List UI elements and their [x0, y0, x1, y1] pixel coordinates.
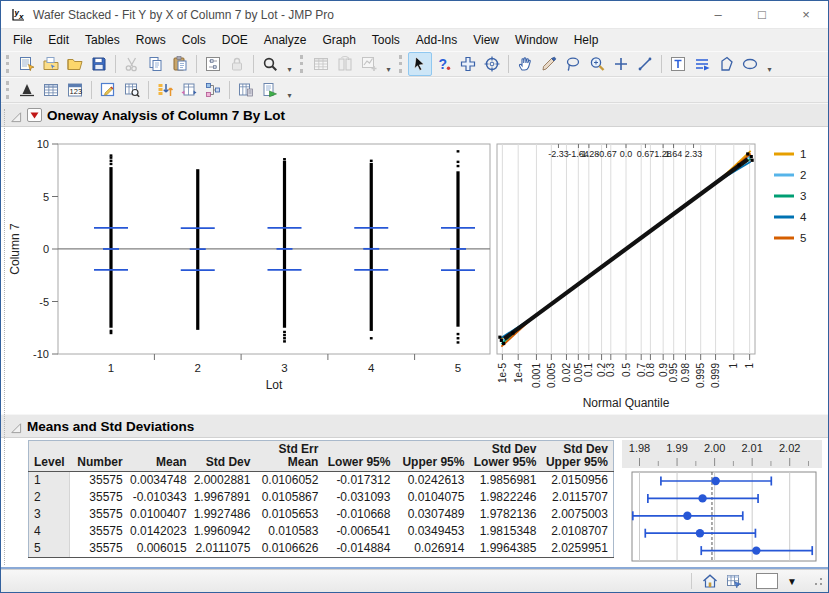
disclosure-triangle-icon[interactable] [9, 109, 22, 122]
data-table-window-icon[interactable] [724, 572, 744, 591]
toolbar-button-data-table[interactable] [309, 52, 333, 76]
table-row[interactable]: 5355750.0060152.01110750.0106626-0.01488… [29, 540, 614, 558]
oneway-scatter-plot[interactable]: 1050-5-1012345LotColumn 7 [1, 127, 492, 414]
svg-text:Column 7: Column 7 [8, 223, 22, 275]
table-cell: 0.0100407 [128, 506, 192, 523]
menu-view[interactable]: View [465, 31, 507, 49]
toolbar-button-open-script[interactable] [39, 52, 63, 76]
toolbar-button-line-tool[interactable] [633, 52, 657, 76]
toolbar-overflow-icon[interactable]: ▾ [764, 54, 775, 74]
menu-help[interactable]: Help [566, 31, 607, 49]
toolbar-overflow-icon[interactable]: ▾ [284, 54, 295, 74]
close-button[interactable]: × [784, 1, 828, 28]
svg-text:1.64: 1.64 [665, 149, 683, 159]
resize-grip[interactable] [812, 573, 824, 589]
toolbar-grip [6, 55, 11, 73]
toolbar-button-fat-plus-tool[interactable] [456, 52, 480, 76]
table-cell: 2.0108707 [541, 523, 613, 540]
menu-cols[interactable]: Cols [174, 31, 214, 49]
toolbar-button-run-script[interactable] [258, 78, 282, 102]
menu-window[interactable]: Window [507, 31, 566, 49]
toolbar-button-stack-columns[interactable] [153, 78, 177, 102]
table-row[interactable]: 235575-0.0103431.99678910.0105867-0.0310… [29, 489, 614, 506]
main-toolbar: ▾▾?▾ [1, 51, 828, 77]
toolbar-button-hand-tool[interactable] [513, 52, 537, 76]
statusbar-dropdown-caret[interactable]: ▼ [782, 572, 802, 591]
toolbar-button-copy[interactable] [144, 52, 168, 76]
toolbar-button-copy-table[interactable] [333, 52, 357, 76]
toolbar-button-lasso-tool[interactable] [561, 52, 585, 76]
disclosure-triangle-icon[interactable] [9, 420, 22, 433]
table-row[interactable]: 4355750.01420231.99609420.010583-0.00654… [29, 523, 614, 540]
toolbar-button-help-tool[interactable]: ? [432, 52, 456, 76]
menu-rows[interactable]: Rows [128, 31, 174, 49]
table-cell: 0.0142023 [128, 523, 192, 540]
toolbar-button-table-grid[interactable] [39, 78, 63, 102]
analysis-toolbar: 123▾ [1, 77, 828, 103]
toolbar-button-split-columns[interactable] [177, 78, 201, 102]
toolbar-overflow-icon[interactable]: ▾ [383, 54, 394, 74]
toolbar-button-oval-tool[interactable] [738, 52, 762, 76]
toolbar-button-join-tables[interactable] [201, 78, 225, 102]
color-swatch-box[interactable] [756, 573, 778, 589]
svg-text:x: x [18, 12, 24, 21]
report-bottom-divider [1, 567, 828, 569]
minimize-button[interactable]: – [696, 1, 740, 28]
std-dev-ci-plot[interactable]: 1.981.992.002.012.02 [622, 440, 822, 563]
red-triangle-menu-button[interactable] [27, 108, 42, 122]
svg-text:0.95: 0.95 [668, 363, 679, 383]
svg-text:2.00: 2.00 [704, 442, 725, 454]
toolbar-button-save[interactable] [87, 52, 111, 76]
toolbar-button-arrow-tool[interactable] [408, 52, 432, 76]
toolbar-button-cut[interactable] [120, 52, 144, 76]
home-window-icon[interactable] [700, 572, 720, 591]
svg-text:2: 2 [195, 362, 201, 374]
menu-addins[interactable]: Add-Ins [408, 31, 465, 49]
menu-edit[interactable]: Edit [40, 31, 77, 49]
toolbar-button-annotate-edit[interactable] [96, 78, 120, 102]
svg-text:3: 3 [281, 362, 287, 374]
table-cell: 0.026914 [395, 540, 469, 558]
svg-text:1: 1 [728, 363, 739, 369]
toolbar-button-open-folder[interactable] [63, 52, 87, 76]
toolbar-button-plus-tool[interactable] [609, 52, 633, 76]
toolbar-button-tabulate[interactable] [234, 78, 258, 102]
menu-analyze[interactable]: Analyze [256, 31, 315, 49]
toolbar-button-arrow-lines-tool[interactable] [690, 52, 714, 76]
toolbar-button-date-123[interactable]: 123 [63, 78, 87, 102]
table-cell: 1.9856981 [469, 472, 541, 490]
table-row[interactable]: 1355750.00347482.00028810.0106052-0.0173… [29, 472, 614, 490]
toolbar-button-lock[interactable] [225, 52, 249, 76]
svg-text:0.5: 0.5 [620, 363, 631, 377]
toolbar-button-preferences[interactable] [201, 52, 225, 76]
toolbar-button-text-tool[interactable] [666, 52, 690, 76]
table-cell: 2.0002881 [192, 472, 256, 490]
menu-file[interactable]: File [5, 31, 40, 49]
menu-graph[interactable]: Graph [314, 31, 363, 49]
menu-tables[interactable]: Tables [77, 31, 128, 49]
table-cell: 1.9964385 [469, 540, 541, 558]
menu-bar: FileEditTablesRowsColsDOEAnalyzeGraphToo… [1, 29, 828, 51]
toolbar-button-polygon-tool[interactable] [714, 52, 738, 76]
toolbar-button-table-search[interactable] [120, 78, 144, 102]
toolbar-button-graph-add[interactable] [357, 52, 381, 76]
svg-text:4: 4 [800, 211, 807, 223]
toolbar-button-paste[interactable] [168, 52, 192, 76]
toolbar-button-distribution[interactable] [15, 78, 39, 102]
menu-tools[interactable]: Tools [364, 31, 408, 49]
table-cell: 0.0105867 [255, 489, 323, 506]
toolbar-button-target-tool[interactable] [480, 52, 504, 76]
svg-text:-2.33: -2.33 [548, 149, 569, 159]
menu-doe[interactable]: DOE [214, 31, 256, 49]
maximize-button[interactable]: □ [740, 1, 784, 28]
table-cell: -0.014884 [323, 540, 395, 558]
toolbar-overflow-icon[interactable]: ▾ [284, 80, 295, 100]
toolbar-button-search[interactable] [258, 52, 282, 76]
toolbar-button-new-journal[interactable] [15, 52, 39, 76]
svg-text:3: 3 [800, 190, 806, 202]
toolbar-button-zoom-tool[interactable] [585, 52, 609, 76]
toolbar-button-brush-tool[interactable] [537, 52, 561, 76]
normal-quantile-plot[interactable]: 1e-51e-40.0010.0050.020.050.10.20.30.50.… [492, 127, 828, 414]
svg-text:0.05: 0.05 [573, 363, 584, 383]
table-row[interactable]: 3355750.01004071.99274860.0105653-0.0106… [29, 506, 614, 523]
